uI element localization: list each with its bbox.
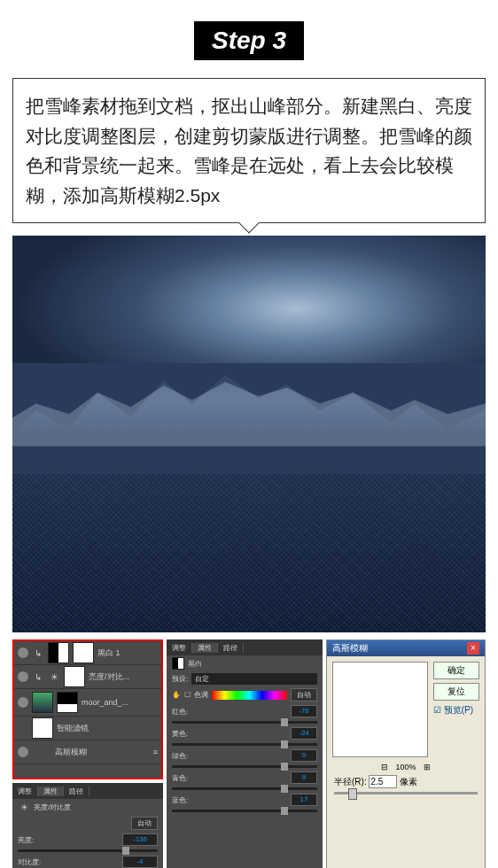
slider-label: 绿色: <box>172 751 188 761</box>
mask-thumb <box>57 692 78 713</box>
fx-thumb <box>32 717 53 739</box>
unit-label: 像素 <box>400 777 417 787</box>
slider[interactable] <box>172 810 317 812</box>
mask-thumb <box>73 642 94 663</box>
layer-name: 亮度/对比... <box>89 671 129 683</box>
visibility-icon[interactable] <box>18 697 28 708</box>
slider[interactable] <box>172 743 317 746</box>
radius-input[interactable]: 2.5 <box>369 775 397 788</box>
adj-icon <box>48 642 69 663</box>
bw-icon <box>172 657 184 670</box>
slider-label: 对比度: <box>18 857 41 867</box>
dialog-title: 高斯模糊 <box>332 642 368 655</box>
slider-label: 红色: <box>172 707 188 717</box>
zoom-level: 100% <box>395 763 416 771</box>
radius-slider[interactable] <box>334 792 478 794</box>
slider[interactable] <box>172 721 317 724</box>
mask-thumb <box>64 666 85 687</box>
bw-properties-panel[interactable]: 调整 属性 路径 黑白 预设:自定 ✋☐色调自动 红色:-78 黄色:-24 绿… <box>167 639 323 868</box>
tab[interactable]: 属性 <box>38 787 64 796</box>
layers-panel[interactable]: ↳ 黑白 1 ↳ ☀ 亮度/对比... moor_and_... <box>12 639 163 779</box>
gaussian-blur-dialog[interactable]: 高斯模糊× 确定 复位 ☑ 预览(P) ⊟100%⊞ 半径(R): 2.5 像素 <box>326 639 486 868</box>
visibility-icon[interactable] <box>18 671 28 682</box>
layer-name: 高斯模糊 <box>55 747 87 758</box>
preview-checkbox[interactable]: ☑ 预览(P) <box>433 704 479 717</box>
value-field[interactable]: -78 <box>291 705 317 717</box>
layer-name: 黑白 1 <box>97 647 121 659</box>
panel-title: 亮度/对比度 <box>34 802 71 812</box>
visibility-icon[interactable] <box>18 747 28 757</box>
slider-label: 亮度: <box>18 835 34 845</box>
clip-icon: ↳ <box>32 670 44 683</box>
layer-name: moor_and_... <box>82 698 128 707</box>
layer-row[interactable]: ↳ 黑白 1 <box>14 641 161 665</box>
slider[interactable] <box>18 849 158 852</box>
slider-label: 黄色: <box>172 729 188 739</box>
layer-row[interactable]: moor_and_... <box>14 689 161 717</box>
colorbar[interactable] <box>212 691 287 700</box>
preset-dropdown[interactable]: 自定 <box>191 673 317 685</box>
brightness-contrast-panel[interactable]: 调整 属性 路径 ☀亮度/对比度 自动 亮度:-136 对比度:-4 ☐使用旧版 <box>12 783 163 868</box>
step-badge: Step 3 <box>194 21 304 60</box>
layer-row[interactable]: ↳ ☀ 亮度/对比... <box>14 665 161 689</box>
panel-title: 黑白 <box>188 659 202 669</box>
layer-row[interactable]: 智能滤镜 <box>14 717 161 740</box>
checkbox[interactable]: ☐ <box>184 691 191 699</box>
layer-thumb <box>32 692 53 713</box>
radius-label: 半径(R): <box>334 777 367 787</box>
clip-icon: ↳ <box>32 647 44 659</box>
value-field[interactable]: -4 <box>122 856 158 868</box>
ok-button[interactable]: 确定 <box>433 662 479 679</box>
value-field[interactable]: 9 <box>291 771 317 784</box>
layer-name: 智能滤镜 <box>57 723 89 734</box>
sun-icon: ☀ <box>48 670 60 683</box>
value-field[interactable]: -136 <box>122 833 158 846</box>
tab[interactable]: 调整 <box>12 787 38 796</box>
tab[interactable]: 属性 <box>192 643 218 653</box>
visibility-icon[interactable] <box>18 647 28 658</box>
result-image <box>12 236 486 632</box>
tab[interactable]: 路径 <box>218 643 244 653</box>
slider-label: 蓝色: <box>172 795 188 805</box>
value-field[interactable]: 9 <box>291 749 317 762</box>
sun-icon: ☀ <box>18 801 30 813</box>
tab[interactable]: 调整 <box>167 643 192 653</box>
slider[interactable] <box>172 787 317 790</box>
preset-label: 预设: <box>172 674 188 684</box>
zoom-in-button[interactable]: ⊞ <box>424 763 431 771</box>
step-description: 把雪峰素材拖到文档，抠出山峰部分。新建黑白、亮度对比度调整图层，创建剪切蒙版进行… <box>12 78 486 223</box>
slider-label: 青色: <box>172 773 188 783</box>
slider[interactable] <box>172 765 317 768</box>
value-field[interactable]: -24 <box>291 727 317 740</box>
close-icon[interactable]: × <box>467 642 479 655</box>
auto-button[interactable]: 自动 <box>131 817 158 830</box>
preview-box <box>332 662 428 757</box>
cancel-button[interactable]: 复位 <box>433 683 479 701</box>
hand-icon[interactable]: ✋ <box>172 691 181 699</box>
tint-label: 色调 <box>194 690 208 700</box>
tab[interactable]: 路径 <box>64 787 89 796</box>
value-field[interactable]: 17 <box>291 794 317 806</box>
blend-icon[interactable]: ≡ <box>153 748 158 756</box>
layer-row[interactable]: 高斯模糊 ≡ <box>14 740 161 764</box>
zoom-out-button[interactable]: ⊟ <box>381 763 388 771</box>
auto-button[interactable]: 自动 <box>291 688 317 701</box>
